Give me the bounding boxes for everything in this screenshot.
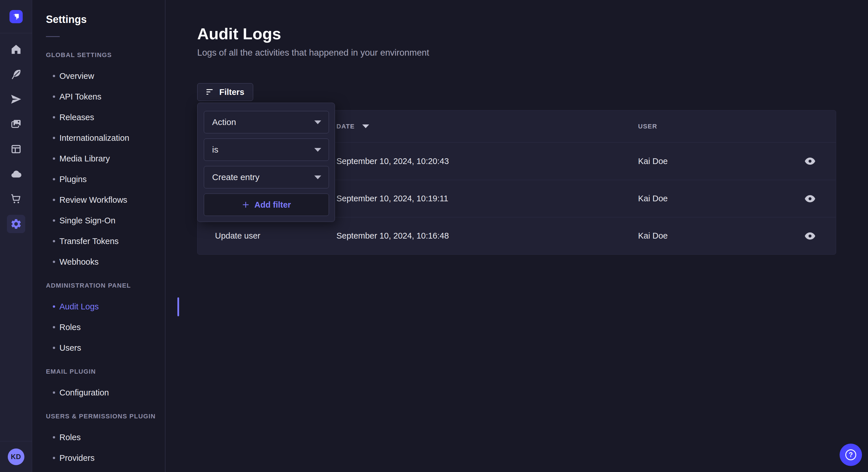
subnav-item-roles[interactable]: Roles bbox=[46, 317, 165, 338]
header-date-label: DATE bbox=[336, 123, 355, 130]
bullet-icon bbox=[53, 158, 55, 160]
subnav-item-providers[interactable]: Providers bbox=[46, 448, 165, 468]
add-filter-label: Add filter bbox=[254, 200, 291, 210]
section-label-email-plugin: EMAIL PLUGIN bbox=[46, 368, 165, 375]
bullet-icon bbox=[53, 326, 55, 328]
subnav-item-audit-logs[interactable]: Audit Logs bbox=[46, 296, 165, 317]
rail-bottom-section: KD bbox=[0, 441, 32, 472]
cell-user: Kai Doe bbox=[638, 157, 796, 166]
bullet-icon bbox=[53, 75, 55, 77]
filter-value-select[interactable]: Create entry bbox=[204, 166, 329, 189]
cell-user: Kai Doe bbox=[638, 231, 796, 241]
header-date[interactable]: DATE bbox=[336, 123, 638, 130]
view-details-button[interactable] bbox=[803, 192, 817, 206]
subnav-item-review-workflows[interactable]: Review Workflows bbox=[46, 190, 165, 210]
bullet-icon bbox=[53, 137, 55, 139]
eye-icon bbox=[804, 230, 816, 242]
settings-gear-icon[interactable] bbox=[7, 215, 25, 233]
strapi-logo-icon[interactable] bbox=[9, 10, 23, 23]
section-label-users-permissions-plugin: USERS & PERMISSIONS PLUGIN bbox=[46, 413, 165, 420]
subnav-title: Settings bbox=[46, 13, 165, 26]
bullet-icon bbox=[53, 261, 55, 263]
cell-date: September 10, 2024, 10:19:11 bbox=[336, 194, 638, 203]
page-subtitle: Logs of all the activities that happened… bbox=[197, 47, 836, 58]
cell-action: Update user bbox=[215, 231, 336, 241]
filter-value-value: Create entry bbox=[212, 172, 259, 182]
filter-field-value: Action bbox=[212, 117, 236, 127]
section-email-plugin: Configuration bbox=[46, 382, 165, 403]
question-mark-icon: ? bbox=[845, 449, 856, 460]
bullet-icon bbox=[53, 199, 55, 201]
subnav-item-label: Releases bbox=[59, 113, 94, 122]
home-icon[interactable] bbox=[7, 40, 25, 59]
subnav-item-label: Audit Logs bbox=[59, 302, 99, 311]
add-filter-button[interactable]: Add filter bbox=[204, 194, 329, 216]
rail-icon-list bbox=[0, 33, 32, 233]
subnav-item-label: Transfer Tokens bbox=[59, 237, 119, 246]
subnav-item-label: Overview bbox=[59, 71, 94, 81]
paper-plane-icon[interactable] bbox=[7, 90, 25, 108]
plus-icon bbox=[242, 201, 250, 209]
subnav-item-media-library[interactable]: Media Library bbox=[46, 148, 165, 169]
user-avatar[interactable]: KD bbox=[8, 448, 24, 465]
subnav-item-label: Webhooks bbox=[59, 257, 99, 267]
media-images-icon[interactable] bbox=[7, 115, 25, 133]
subnav-item-label: Media Library bbox=[59, 154, 110, 164]
bullet-icon bbox=[53, 436, 55, 438]
main-nav-rail: KD bbox=[0, 0, 32, 472]
subnav-item-label: Plugins bbox=[59, 175, 87, 184]
layout-icon[interactable] bbox=[7, 140, 25, 158]
subnav-item-api-tokens[interactable]: API Tokens bbox=[46, 86, 165, 107]
cell-date-text: September 10, 2024, 10:19:11 bbox=[336, 194, 448, 203]
main-content: Audit Logs Logs of all the activities th… bbox=[166, 0, 868, 472]
subnav-item-internationalization[interactable]: Internationalization bbox=[46, 128, 165, 148]
header-user: USER bbox=[638, 123, 796, 130]
cloud-icon[interactable] bbox=[7, 165, 25, 183]
settings-subnav: Settings GLOBAL SETTINGS Overview API To… bbox=[32, 0, 165, 472]
filter-field-select[interactable]: Action bbox=[204, 111, 329, 133]
subnav-item-single-sign-on[interactable]: Single Sign-On bbox=[46, 210, 165, 231]
filter-operator-select[interactable]: is bbox=[204, 138, 329, 161]
eye-icon bbox=[804, 155, 816, 167]
subnav-item-overview[interactable]: Overview bbox=[46, 66, 165, 86]
filters-button[interactable]: Filters bbox=[197, 83, 253, 101]
section-label-administration-panel: ADMINISTRATION PANEL bbox=[46, 282, 165, 289]
subnav-item-up-roles[interactable]: Roles bbox=[46, 427, 165, 448]
feather-icon[interactable] bbox=[7, 65, 25, 83]
bullet-icon bbox=[53, 96, 55, 98]
subnav-item-label: Single Sign-On bbox=[59, 216, 115, 225]
bullet-icon bbox=[53, 305, 55, 308]
view-details-button[interactable] bbox=[803, 229, 817, 243]
cell-date-text: September 10, 2024, 10:20:43 bbox=[336, 157, 449, 166]
chevron-down-icon bbox=[314, 175, 321, 179]
bullet-icon bbox=[53, 240, 55, 242]
subnav-item-label: Roles bbox=[59, 323, 81, 332]
subnav-item-plugins[interactable]: Plugins bbox=[46, 169, 165, 190]
bullet-icon bbox=[53, 392, 55, 394]
help-button[interactable]: ? bbox=[840, 444, 862, 466]
section-global-settings: Overview API Tokens Releases Internation… bbox=[46, 66, 165, 272]
subnav-item-label: Providers bbox=[59, 453, 95, 463]
bullet-icon bbox=[53, 116, 55, 119]
subnav-item-releases[interactable]: Releases bbox=[46, 107, 165, 128]
bullet-icon bbox=[53, 457, 55, 459]
chevron-down-icon bbox=[314, 148, 321, 152]
page-title: Audit Logs bbox=[197, 25, 836, 42]
cell-date: September 10, 2024, 10:20:43 bbox=[336, 157, 638, 166]
subnav-item-users[interactable]: Users bbox=[46, 338, 165, 358]
subnav-item-transfer-tokens[interactable]: Transfer Tokens bbox=[46, 231, 165, 251]
filter-popover: Action is Create entry Add filter bbox=[197, 103, 335, 222]
section-label-global-settings: GLOBAL SETTINGS bbox=[46, 51, 165, 59]
subnav-item-label: Review Workflows bbox=[59, 195, 127, 205]
subnav-item-configuration[interactable]: Configuration bbox=[46, 382, 165, 403]
subnav-item-webhooks[interactable]: Webhooks bbox=[46, 251, 165, 272]
active-indicator bbox=[177, 297, 179, 316]
subnav-item-label: Internationalization bbox=[59, 133, 129, 143]
bullet-icon bbox=[53, 220, 55, 222]
view-details-button[interactable] bbox=[803, 154, 817, 168]
filter-icon bbox=[206, 88, 215, 96]
table-row[interactable]: Update user September 10, 2024, 10:16:48… bbox=[197, 217, 836, 255]
eye-icon bbox=[804, 193, 816, 205]
cell-date-text: September 10, 2024, 10:16:48 bbox=[336, 231, 449, 241]
cart-icon[interactable] bbox=[7, 190, 25, 208]
